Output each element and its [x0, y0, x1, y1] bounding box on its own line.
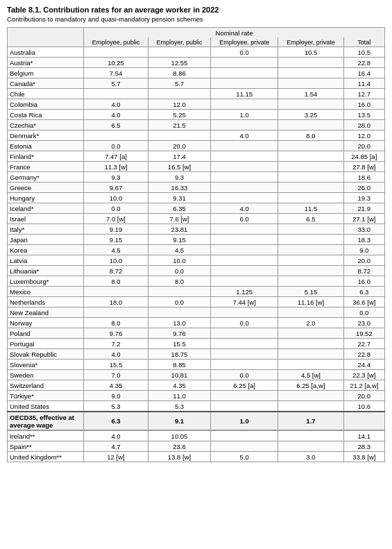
emr_private-cell: 5.15	[278, 287, 343, 297]
emp_public-cell: 7.0 [w]	[84, 214, 148, 224]
emr_public-cell: 16.33	[148, 183, 211, 193]
total-cell: 12.0	[343, 130, 384, 141]
total-cell: 24.4	[343, 360, 384, 370]
emr_private-cell	[278, 339, 343, 349]
emp_public-cell: 4.5	[84, 245, 148, 255]
emr_public-cell	[148, 307, 211, 318]
total-cell: 11.4	[343, 78, 384, 89]
emp_public-cell: 9.15	[84, 235, 148, 245]
country-cell: Czechia*	[8, 120, 84, 130]
emr_private-cell	[278, 307, 343, 318]
total-cell: 22.8	[343, 349, 384, 360]
emp_private-cell	[210, 141, 278, 151]
country-cell: Chile	[8, 89, 84, 99]
country-cell: Portugal	[8, 339, 84, 349]
emp_public-cell	[84, 89, 148, 99]
emr_private-cell	[278, 224, 343, 235]
emr_public-cell: 23.81	[148, 224, 211, 235]
emr_private-cell	[278, 141, 343, 151]
emr_private-cell	[278, 172, 343, 183]
emr_private-cell	[278, 99, 343, 110]
emp_private-cell	[210, 224, 278, 235]
emr_public-cell: 10.81	[148, 370, 211, 380]
total-cell: 0.0	[343, 307, 384, 318]
total-cell: 28.0	[343, 120, 384, 130]
emp_public-cell	[84, 287, 148, 297]
emp_private-cell: 0.0	[210, 47, 278, 58]
emp_public-cell: 5.7	[84, 78, 148, 89]
emr_private-cell	[278, 441, 343, 452]
emr_public-cell: 10.05	[148, 430, 211, 441]
emp_private-cell	[210, 266, 278, 276]
country-cell: Canada*	[8, 78, 84, 89]
emp_private-cell	[210, 120, 278, 130]
total-cell: 20.0	[343, 141, 384, 151]
emp_private-cell	[210, 339, 278, 349]
emp_public-cell: 9.19	[84, 224, 148, 235]
emp_private-cell: 1.0	[210, 110, 278, 120]
country-cell: Italy*	[8, 224, 84, 235]
country-cell: Switzerland	[8, 380, 84, 391]
total-cell: 9.0	[343, 245, 384, 255]
total-cell: 19.3	[343, 193, 384, 203]
emr_private-cell	[278, 58, 343, 68]
country-cell: Luxembourg*	[8, 276, 84, 287]
table-subtitle: Contributions to mandatory and quasi-man…	[7, 15, 385, 23]
total-cell: 26.0	[343, 183, 384, 193]
emr_public-cell: 0.0	[148, 266, 211, 276]
emp_public-cell: 15.5	[84, 360, 148, 370]
emr_private-cell	[278, 360, 343, 370]
country-cell: Japan	[8, 235, 84, 245]
emp_private-cell	[210, 276, 278, 287]
emr_public-cell: 15.5	[148, 339, 211, 349]
emp_private-cell	[210, 360, 278, 370]
emr_public-cell: 12.55	[148, 58, 211, 68]
emr_private-cell	[278, 266, 343, 276]
emr_private-cell: 4.5 [w]	[278, 370, 343, 380]
table-container: Table 8.1. Contribution rates for an ave…	[0, 0, 392, 468]
emp_private-cell	[210, 151, 278, 162]
emp_public-cell: 8.72	[84, 266, 148, 276]
total-cell: 18.6	[343, 172, 384, 183]
emp_public-cell: 9.3	[84, 172, 148, 183]
emr_public-cell: 17.4	[148, 151, 211, 162]
country-cell: Poland	[8, 328, 84, 339]
country-cell: New Zealand	[8, 307, 84, 318]
total-cell: 10.6	[343, 401, 384, 412]
country-cell: Finland*	[8, 151, 84, 162]
total-cell: 13.5	[343, 110, 384, 120]
emr_public-cell: 9.31	[148, 193, 211, 203]
country-cell: Colombia	[8, 99, 84, 110]
country-cell: Ireland**	[8, 430, 84, 441]
emr_private-cell	[278, 183, 343, 193]
country-cell: Hungary	[8, 193, 84, 203]
country-cell: Türkiye*	[8, 391, 84, 401]
emr_public-cell: 13.8 [w]	[148, 452, 211, 462]
country-cell: France	[8, 162, 84, 172]
country-cell: United Kingdom**	[8, 452, 84, 462]
country-cell: Estonia	[8, 141, 84, 151]
total-cell: 22.8	[343, 58, 384, 68]
emr_public-cell: 5.25	[148, 110, 211, 120]
emp_private-cell: 6.0	[210, 214, 278, 224]
main-table: Nominal rate Employee, public Employer, …	[7, 27, 385, 462]
emr_private-cell	[278, 68, 343, 78]
emp-public-header: Employee, public	[84, 37, 148, 47]
emp_private-cell	[210, 162, 278, 172]
country-cell: Mexico	[8, 287, 84, 297]
emp_public-cell: 0.0	[84, 141, 148, 151]
emp_private-cell	[210, 255, 278, 266]
total-cell: 20.0	[343, 391, 384, 401]
country-cell: Austria*	[8, 58, 84, 68]
emr_private-cell: 2.0	[278, 318, 343, 328]
emr_private-cell: 8.0	[278, 130, 343, 141]
emr_private-cell	[278, 235, 343, 245]
emp_private-cell: 0.0	[210, 370, 278, 380]
emp_public-cell: 7.54	[84, 68, 148, 78]
emp_public-cell: 0.0	[84, 203, 148, 214]
emr_public-cell: 8.0	[148, 276, 211, 287]
emr_public-cell: 6.35	[148, 203, 211, 214]
total-cell: 12.7	[343, 89, 384, 99]
emr_public-cell: 13.0	[148, 318, 211, 328]
emp-private-header: Employee, private	[210, 37, 278, 47]
